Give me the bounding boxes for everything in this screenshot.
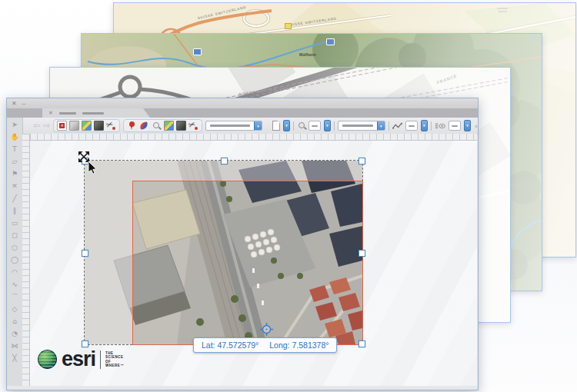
map-colored-icon[interactable] <box>82 121 92 131</box>
page-dropdown-button[interactable]: ▾ <box>283 120 291 131</box>
image-selection-box[interactable] <box>84 160 363 345</box>
pie-tool[interactable]: ◔ <box>9 329 20 339</box>
logo-divider <box>100 350 101 369</box>
toolbar-separator <box>334 121 335 131</box>
polyline-style-icon[interactable] <box>392 121 402 131</box>
document-tab[interactable]: ✕ <box>42 108 150 118</box>
combobox-value-placeholder <box>210 125 250 127</box>
map-aerial-icon[interactable] <box>94 121 104 131</box>
map-text-placeholder <box>499 11 507 12</box>
clip-map-icon[interactable] <box>106 121 116 131</box>
hatch-tool[interactable]: ╳ <box>9 354 20 364</box>
map-grayscale-icon[interactable] <box>69 121 79 131</box>
toolbar-separator <box>293 121 294 131</box>
toolbar-separator <box>431 121 432 131</box>
latitude-value: Lat: 47.572579° <box>202 341 258 350</box>
toolbar-separator <box>389 121 389 131</box>
map-colored-icon-2[interactable] <box>164 121 174 131</box>
map-text-placeholder <box>497 8 508 9</box>
tab-title-placeholder <box>82 112 104 115</box>
town-label: Müllheim <box>299 52 316 57</box>
line-weight-box[interactable] <box>405 121 417 131</box>
line-dropdown-button[interactable]: ▾ <box>421 120 429 131</box>
opacity-dropdown-button[interactable]: ▾ <box>464 120 472 131</box>
visibility-icon[interactable] <box>435 121 445 131</box>
esri-logo: esri THE SCIENCE OF WHERE™ <box>38 350 124 369</box>
text-tool[interactable]: T <box>9 145 20 154</box>
map-tools-group <box>53 119 120 132</box>
back-arrow-button[interactable]: ⇦ <box>33 121 40 130</box>
segment-arc-tool[interactable]: ⌒ <box>9 292 20 302</box>
window-minimize-button[interactable]: – <box>22 100 25 107</box>
resize-handle-top-middle[interactable] <box>221 158 228 164</box>
window-close-button[interactable]: ✕ <box>12 100 17 107</box>
highway-roundabout <box>120 77 140 97</box>
placemark-tool[interactable]: ⚑ <box>9 169 20 179</box>
resize-handle-middle-right[interactable] <box>359 250 365 257</box>
drawing-tools-palette: ➤✋T▱⚑✕╱∥▭◻○◯◠∿⌒◇⌂◔⋈╳ <box>7 118 23 386</box>
combobox-dropdown-button[interactable]: ▾ <box>254 121 262 130</box>
polygon-tool[interactable]: ⌂ <box>9 317 20 327</box>
zoom-tool-icon[interactable] <box>297 121 305 131</box>
combobox-value-placeholder <box>342 125 373 127</box>
clip-map-icon-2[interactable] <box>188 121 198 131</box>
tab-close-button[interactable]: ✕ <box>48 110 53 116</box>
vertical-ruler <box>22 134 30 386</box>
style-combobox[interactable]: ▾ <box>338 121 385 131</box>
compass-icon[interactable] <box>139 121 149 131</box>
resize-handle-middle-left[interactable] <box>82 250 88 257</box>
zoom-dropdown-button[interactable]: ▾ <box>324 120 332 131</box>
delete-vertex-tool[interactable]: ✕ <box>9 181 20 191</box>
zoom-value-box[interactable] <box>309 121 320 131</box>
esri-tagline: THE SCIENCE OF WHERE™ <box>105 351 124 367</box>
crosshair-target-icon <box>260 323 273 336</box>
resize-handle-bottom-right[interactable] <box>359 341 365 347</box>
value-placeholder <box>409 125 415 127</box>
rectangle-tool[interactable]: ▭ <box>9 218 20 228</box>
value-placeholder <box>312 125 318 127</box>
combobox-dropdown-button[interactable]: ▾ <box>377 121 385 130</box>
value-placeholder <box>452 125 458 127</box>
layer-combobox[interactable]: ▾ <box>205 121 262 131</box>
parallelogram-tool[interactable]: ▱ <box>9 157 20 167</box>
forward-arrow-button[interactable]: ⇨ <box>43 121 50 130</box>
bowtie-tool[interactable]: ⋈ <box>9 341 20 351</box>
square-tool[interactable]: ◻ <box>9 231 20 241</box>
resize-handle-top-right[interactable] <box>359 158 365 164</box>
tab-title-placeholder <box>59 112 76 115</box>
arc-tool[interactable]: ◠ <box>9 267 20 277</box>
coordinates-tooltip: Lat: 47.572579° Long: 7.581378° <box>193 337 337 353</box>
line-tool[interactable]: ╱ <box>9 194 20 204</box>
route-shield-icon <box>285 23 292 29</box>
remove-map-icon[interactable] <box>57 121 67 131</box>
tab-bar: ✕ <box>7 108 478 118</box>
route-shield-icon <box>326 38 335 45</box>
esri-globe-icon <box>38 350 57 369</box>
resize-handle-bottom-left[interactable] <box>82 341 88 347</box>
select-tool[interactable]: ➤ <box>9 120 20 130</box>
toolbar-overflow-button[interactable]: › <box>475 122 478 130</box>
main-app-window[interactable]: ✕ – ✕ ⇦ ⇨ ▾ ▾ ▾ ▾ <box>6 98 479 390</box>
esri-brand-text: esri <box>62 350 95 369</box>
horizontal-ruler <box>30 134 477 141</box>
main-toolbar: ⇦ ⇨ ▾ ▾ ▾ ▾ ▾ <box>7 118 478 135</box>
route-shield-icon <box>193 48 202 55</box>
curve-tool[interactable]: ∿ <box>9 280 20 290</box>
zoom-search-icon[interactable] <box>152 121 162 131</box>
locate-tools-group <box>123 119 202 132</box>
opacity-value-box[interactable] <box>449 121 460 131</box>
map-canvas[interactable]: Lat: 47.572579° Long: 7.581378° esri THE… <box>30 141 477 386</box>
mouse-cursor <box>88 161 97 174</box>
parallel-lines-tool[interactable]: ∥ <box>9 206 20 216</box>
ellipse-tool[interactable]: ◯ <box>9 255 20 265</box>
longitude-value: Long: 7.581378° <box>269 341 329 350</box>
new-page-icon[interactable] <box>272 121 280 131</box>
window-titlebar: ✕ – <box>7 98 478 109</box>
circle-tool[interactable]: ○ <box>9 243 20 253</box>
location-pin-icon[interactable] <box>127 121 137 131</box>
image-extent-frame[interactable] <box>132 181 363 345</box>
diamond-tool[interactable]: ◇ <box>9 304 20 314</box>
map-aerial-icon-2[interactable] <box>176 121 186 131</box>
pan-tool[interactable]: ✋ <box>9 132 20 142</box>
